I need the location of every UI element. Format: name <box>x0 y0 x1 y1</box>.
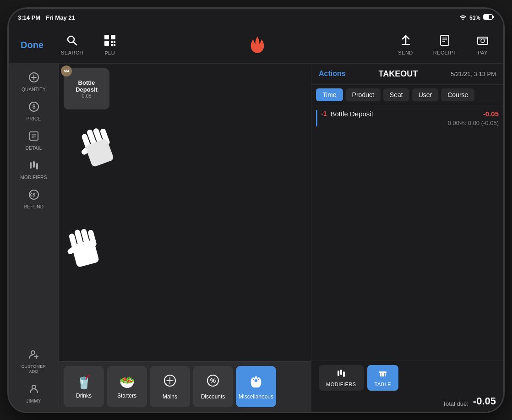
svg-text:$: $ <box>32 104 35 110</box>
jimmy-icon <box>28 383 39 397</box>
bottle-deposit-card[interactable]: M4 Bottle Deposit 0.05 <box>64 68 109 109</box>
svg-rect-38 <box>85 138 114 167</box>
discounts-label: Discounts <box>201 393 225 400</box>
table-btn-icon <box>378 369 387 380</box>
category-drinks[interactable]: 🥤 Drinks <box>64 366 104 407</box>
order-tabs: Time Product Seat User Course <box>311 85 503 105</box>
table-btn-label: TABLE <box>375 382 392 387</box>
order-item-price: -0.05 <box>483 110 499 118</box>
center-area: M4 Bottle Deposit 0.05 <box>59 64 311 412</box>
order-items: -1 Bottle Deposit -0.05 0.00%: 0.00 (-0.… <box>311 105 503 360</box>
send-label: SEND <box>398 50 413 55</box>
category-discounts[interactable]: % Discounts <box>193 366 233 407</box>
svg-rect-62 <box>379 371 387 373</box>
order-item-row[interactable]: -1 Bottle Deposit -0.05 0.00%: 0.00 (-0.… <box>316 110 499 126</box>
mains-icon <box>163 374 177 391</box>
total-row: Total due: -0.05 <box>319 395 496 407</box>
status-bar: 3:14 PM Fri May 21 51% <box>9 9 503 27</box>
customer-add-label: CUSTOMER ADD <box>18 364 50 374</box>
product-area: M4 Bottle Deposit 0.05 <box>59 64 311 361</box>
status-time: 3:14 PM <box>18 14 40 21</box>
price-icon: $ <box>28 101 39 115</box>
svg-rect-2 <box>484 15 489 19</box>
status-date: Fri May 21 <box>46 14 75 21</box>
refund-icon: $ <box>28 189 39 203</box>
plu-nav-item[interactable]: PLU <box>93 34 126 56</box>
tab-seat[interactable]: Seat <box>383 88 409 101</box>
order-item-qty: -1 <box>321 110 327 117</box>
category-miscellaneous[interactable]: Miscellaneous <box>236 366 276 407</box>
tab-product[interactable]: Product <box>346 88 381 101</box>
right-panel: Actions TAKEOUT 5/21/21, 3:13 PM Time Pr… <box>311 64 503 412</box>
top-nav: Done SEARCH <box>9 27 503 64</box>
product-card-name: Bottle Deposit <box>67 79 106 93</box>
svg-point-58 <box>255 379 257 382</box>
svg-rect-12 <box>402 44 410 45</box>
quantity-icon <box>28 72 39 86</box>
svg-rect-61 <box>343 371 345 377</box>
svg-rect-6 <box>111 35 115 39</box>
receipt-nav-item[interactable]: RECEIPT <box>423 34 467 55</box>
svg-rect-46 <box>68 233 78 252</box>
search-nav-item[interactable]: SEARCH <box>51 34 93 55</box>
modifiers-btn-icon <box>337 369 346 380</box>
send-nav-item[interactable]: SEND <box>388 34 423 55</box>
total-amount: -0.05 <box>473 395 496 407</box>
tab-time[interactable]: Time <box>316 88 343 101</box>
svg-rect-65 <box>381 373 384 376</box>
tab-course[interactable]: Course <box>441 88 474 101</box>
discounts-icon: % <box>206 374 220 391</box>
sidebar-item-detail[interactable]: DETAIL <box>13 127 54 154</box>
tab-user[interactable]: User <box>412 88 439 101</box>
done-button[interactable]: Done <box>13 40 51 50</box>
price-label: PRICE <box>26 116 41 121</box>
search-label: SEARCH <box>61 50 83 55</box>
jimmy-label: JIMMY <box>26 398 41 404</box>
starters-label: Starters <box>117 393 136 399</box>
sidebar-item-customer-add[interactable]: CUSTOMER ADD <box>13 345 54 378</box>
sidebar-item-quantity[interactable]: QUANTITY <box>13 68 54 96</box>
send-icon <box>400 34 412 48</box>
modifiers-icon <box>28 160 39 174</box>
plu-label: PLU <box>104 50 115 56</box>
hand-cursor-2 <box>64 224 105 276</box>
svg-point-37 <box>32 385 36 389</box>
svg-rect-13 <box>441 35 449 45</box>
svg-rect-40 <box>86 129 98 150</box>
order-actions-row: MODIFIERS TABLE <box>319 365 496 391</box>
svg-rect-39 <box>81 133 93 152</box>
sidebar-item-modifiers[interactable]: MODIFIERS <box>13 156 54 184</box>
sidebar-item-refund[interactable]: $ REFUND <box>13 185 54 213</box>
product-badge: M4 <box>61 65 72 76</box>
svg-rect-31 <box>36 163 38 169</box>
category-bar: 🥤 Drinks 🥗 Starters Mains <box>59 361 311 412</box>
svg-rect-49 <box>87 229 97 247</box>
total-label: Total due: <box>442 400 468 407</box>
category-mains[interactable]: Mains <box>150 366 190 407</box>
table-button[interactable]: TABLE <box>367 365 399 391</box>
product-card-price: 0.05 <box>82 93 91 98</box>
svg-rect-10 <box>111 44 113 46</box>
svg-rect-29 <box>30 162 32 169</box>
main-content: QUANTITY $ PRICE <box>9 64 503 412</box>
drinks-icon: 🥤 <box>76 375 92 390</box>
battery-icon <box>483 14 494 21</box>
svg-rect-41 <box>93 127 104 148</box>
plu-icon <box>103 34 116 49</box>
svg-point-18 <box>481 39 485 43</box>
sidebar-item-price[interactable]: $ PRICE <box>13 98 54 125</box>
quantity-label: QUANTITY <box>22 87 46 92</box>
svg-rect-44 <box>85 138 114 167</box>
wifi-icon <box>459 14 467 21</box>
modifiers-button[interactable]: MODIFIERS <box>319 365 364 391</box>
pay-nav-item[interactable]: PAY <box>467 34 499 55</box>
miscellaneous-label: Miscellaneous <box>239 393 273 400</box>
order-header: Actions TAKEOUT 5/21/21, 3:13 PM <box>311 64 503 85</box>
sidebar-item-jimmy[interactable]: JIMMY <box>13 380 54 407</box>
search-icon <box>66 34 78 48</box>
category-starters[interactable]: 🥗 Starters <box>107 366 147 407</box>
svg-text:%: % <box>210 377 216 384</box>
svg-rect-11 <box>114 44 115 46</box>
svg-text:$: $ <box>32 192 35 197</box>
miscellaneous-icon <box>249 374 263 391</box>
